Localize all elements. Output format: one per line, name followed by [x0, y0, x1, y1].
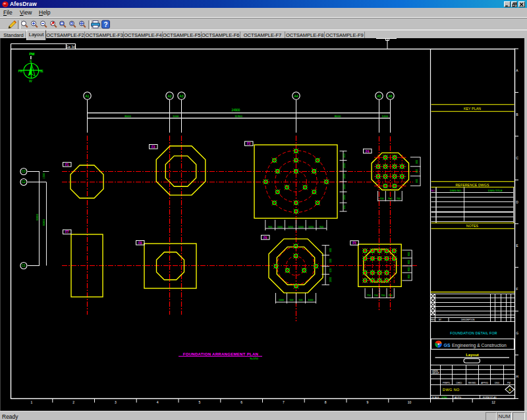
svg-text:DWG TITLE: DWG TITLE: [488, 189, 503, 192]
svg-text:C1: C1: [22, 264, 26, 267]
svg-text:3: 3: [115, 400, 117, 404]
svg-text:F7: F7: [65, 230, 69, 234]
svg-text:REFERENCE DWGS: REFERENCE DWGS: [456, 183, 489, 187]
svg-text:10: 10: [408, 400, 412, 404]
svg-text:F6: F6: [264, 236, 267, 240]
svg-text:1000: 1000: [344, 174, 347, 179]
svg-text:FOUNDATION DETAIL FOR: FOUNDATION DETAIL FOR: [450, 331, 497, 335]
svg-text:PREPD: PREPD: [443, 382, 451, 384]
svg-text:900: 900: [268, 226, 272, 228]
svg-text:8000: 8000: [335, 115, 341, 118]
svg-text:900: 900: [319, 226, 323, 228]
svg-text:KEY PLAN: KEY PLAN: [464, 107, 481, 111]
svg-text:A5: A5: [377, 94, 381, 98]
svg-text:700: 700: [389, 294, 393, 297]
svg-text:800: 800: [408, 267, 410, 271]
svg-text:1000: 1000: [173, 115, 179, 118]
svg-text:1: 1: [31, 400, 33, 404]
svg-text:8000: 8000: [125, 115, 131, 118]
svg-text:500: 500: [299, 299, 303, 302]
svg-text:F4: F4: [366, 150, 370, 153]
svg-text:E: E: [30, 59, 32, 63]
svg-text:5: 5: [199, 400, 201, 404]
svg-text:FOUNDATION ARRANGEMENT PLAN: FOUNDATION ARRANGEMENT PLAN: [183, 352, 258, 356]
svg-text:Layout: Layout: [466, 353, 479, 357]
svg-text:11900: 11900: [235, 115, 242, 118]
svg-text:DWG NO: DWG NO: [443, 388, 460, 392]
svg-text:700: 700: [374, 294, 378, 297]
svg-text:F2: F2: [247, 142, 251, 145]
svg-text:900: 900: [344, 205, 347, 209]
svg-text:1000: 1000: [308, 299, 314, 302]
svg-text:900: 900: [344, 153, 347, 157]
svg-text:DWG NO.: DWG NO.: [450, 189, 462, 192]
svg-text:PM: PM: [29, 52, 35, 56]
svg-text:F8: F8: [138, 242, 142, 245]
svg-text:Engineering & Construction: Engineering & Construction: [452, 343, 507, 348]
svg-text:700: 700: [397, 197, 401, 200]
svg-text:APPVD: APPVD: [481, 382, 489, 384]
svg-text:1000: 1000: [329, 277, 332, 282]
svg-text:C: C: [516, 156, 518, 160]
svg-text:GS: GS: [444, 343, 451, 348]
svg-text:D: D: [516, 200, 518, 204]
svg-text:SCALE: SCALE: [432, 396, 440, 399]
svg-text:C3: C3: [22, 170, 26, 173]
svg-text:B: B: [516, 113, 518, 117]
svg-text:DSG: DSG: [495, 382, 499, 384]
svg-text:1000: 1000: [344, 184, 347, 190]
svg-text:2: 2: [72, 400, 74, 404]
svg-text:800: 800: [408, 260, 410, 264]
svg-text:A6: A6: [388, 94, 392, 98]
svg-text:500: 500: [329, 259, 332, 263]
svg-text:NO.: NO.: [431, 190, 435, 192]
svg-text:12: 12: [491, 400, 495, 404]
svg-text:PM: PM: [507, 382, 511, 384]
svg-text:1500: 1500: [42, 172, 45, 179]
svg-text:8: 8: [325, 400, 327, 404]
svg-text:A3: A3: [179, 94, 183, 98]
svg-text:G: G: [516, 331, 518, 335]
svg-text:DESCRIPTION: DESCRIPTION: [461, 319, 475, 321]
svg-text:W: W: [29, 79, 32, 83]
svg-text:900: 900: [388, 197, 392, 200]
svg-text:1000: 1000: [298, 226, 304, 228]
svg-text:A: A: [516, 68, 518, 72]
svg-text:BY: BY: [439, 319, 441, 321]
svg-text:700: 700: [381, 294, 385, 297]
svg-text:750: 750: [367, 294, 371, 297]
svg-text:C2: C2: [22, 180, 26, 184]
svg-text:6: 6: [240, 400, 242, 404]
svg-text:?: ?: [103, 21, 107, 28]
svg-text:800: 800: [408, 275, 410, 278]
svg-text:GROUP: GROUP: [432, 372, 439, 375]
svg-text:A2: A2: [167, 94, 171, 98]
svg-text:900: 900: [416, 179, 419, 183]
svg-text:500: 500: [289, 299, 293, 302]
svg-text:A: A: [509, 388, 511, 392]
svg-text:F5: F5: [352, 242, 356, 245]
svg-text:900: 900: [329, 248, 332, 252]
svg-text:24900: 24900: [232, 109, 240, 112]
svg-text:1000: 1000: [279, 299, 284, 302]
svg-text:1/50: 1/50: [441, 396, 447, 399]
svg-text:1050: 1050: [288, 226, 293, 228]
svg-text:FW: FW: [18, 70, 24, 73]
svg-text:H: H: [516, 375, 518, 379]
svg-text:1050: 1050: [308, 226, 314, 228]
svg-text:NE: NE: [40, 70, 43, 73]
svg-text:REVWD: REVWD: [468, 382, 477, 384]
svg-text:700: 700: [380, 197, 384, 200]
svg-text:Ga 3d: Ga 3d: [66, 45, 75, 49]
svg-text:S=1/50: S=1/50: [250, 357, 259, 360]
svg-text:8000: 8000: [42, 219, 45, 226]
svg-text:800: 800: [408, 252, 410, 256]
svg-text:F1: F1: [65, 163, 69, 167]
svg-text:REV: REV: [431, 319, 435, 321]
svg-text:A4: A4: [294, 94, 298, 98]
svg-text:1000: 1000: [382, 115, 389, 118]
svg-text:A3 PG: A3 PG: [455, 396, 461, 399]
svg-text:E: E: [516, 244, 518, 248]
svg-text:FORM ST-A3: FORM ST-A3: [483, 396, 496, 399]
svg-text:CHKD: CHKD: [456, 382, 462, 384]
